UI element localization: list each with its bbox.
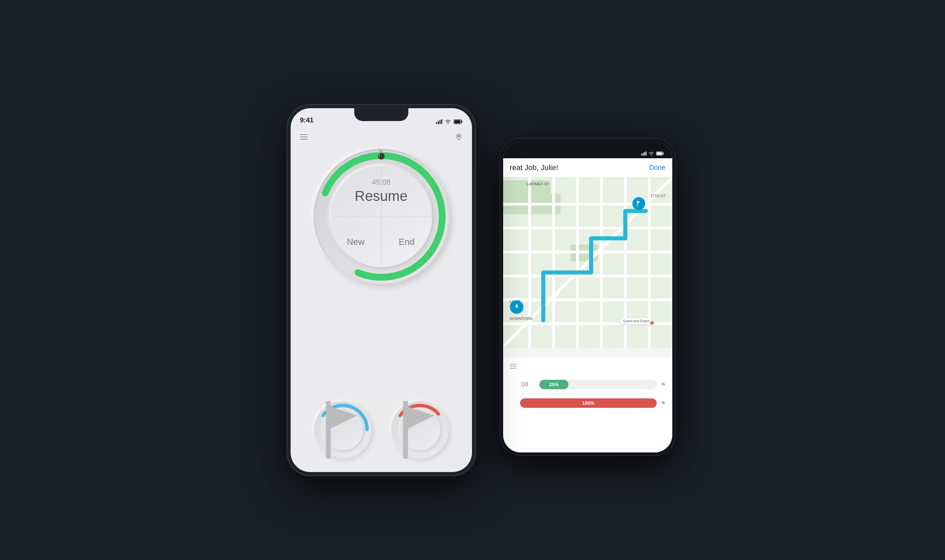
- map-tiles: DOWNTOWN LODO 27TH ST LARIMER ST: [503, 177, 672, 348]
- progress-row-2: 100% ⚑: [520, 398, 666, 408]
- progress-flag-2: ⚑: [661, 400, 666, 406]
- progress-bar-2-fill: 100%: [520, 398, 657, 408]
- main-dial: 45:08 Resume New End: [310, 145, 452, 288]
- dial-end-button[interactable]: End: [381, 217, 432, 267]
- dial-buttons: New End: [331, 217, 432, 267]
- progress-bar-1: 25%: [539, 380, 657, 389]
- svg-rect-16: [643, 153, 644, 155]
- street-label-1: 27TH ST: [650, 194, 665, 198]
- front-phone: 9:41: [287, 104, 476, 476]
- svg-point-7: [458, 135, 459, 137]
- dial-inner: 45:08 Resume New End: [331, 166, 432, 267]
- street-label-2: LARIMER ST: [527, 182, 549, 186]
- dial-timer: 45:08: [372, 178, 390, 187]
- svg-rect-5: [454, 120, 460, 123]
- bottom-menu-icon[interactable]: [510, 364, 516, 369]
- small-dials: [291, 401, 472, 458]
- destination-marker: [632, 197, 645, 210]
- svg-rect-2: [439, 120, 441, 124]
- app-header: [291, 127, 472, 147]
- svg-rect-6: [461, 121, 462, 123]
- flag-icon-small-right: [391, 401, 449, 458]
- wifi-icon: [445, 119, 451, 124]
- svg-rect-15: [641, 154, 642, 155]
- flag-icon-top: [378, 149, 385, 158]
- svg-rect-21: [663, 152, 664, 154]
- progress-row-1: :08 25% ⚑: [520, 380, 666, 389]
- downtown-label: DOWNTOWN: [510, 317, 533, 321]
- progress-pct-1: 25%: [549, 382, 559, 387]
- svg-rect-1: [438, 121, 439, 124]
- battery-icon: [454, 119, 462, 124]
- small-dial-left-center: [322, 409, 363, 450]
- progress-bar-2: 100%: [520, 398, 657, 408]
- small-dial-right: [391, 401, 449, 458]
- progress-time-1: :08: [520, 381, 535, 388]
- progress-bar-1-fill: 25%: [539, 380, 569, 389]
- map-header-title: reat Job, Julie!: [510, 163, 558, 172]
- back-bottom-panel: :08 25% ⚑ 100% ⚑: [503, 358, 672, 452]
- signal-icon: [436, 119, 442, 124]
- small-dial-left: [314, 401, 372, 458]
- hamburger-icon[interactable]: [300, 134, 308, 140]
- back-battery-icon: [656, 151, 664, 155]
- back-status-bar: [503, 142, 672, 158]
- location-icon[interactable]: [455, 133, 462, 141]
- progress-pct-2: 100%: [582, 400, 595, 406]
- map-header: reat Job, Julie! Done: [503, 158, 672, 177]
- walk-marker: [510, 300, 523, 314]
- status-time: 9:41: [300, 116, 314, 124]
- back-phone: reat Job, Julie! Done: [500, 138, 676, 456]
- scene: 9:41: [270, 77, 676, 483]
- svg-rect-17: [644, 152, 645, 155]
- poi-label: Guard and Grace: [620, 318, 652, 324]
- map-done-button[interactable]: Done: [649, 164, 666, 171]
- small-dial-right-center: [399, 409, 440, 450]
- flag-icon-small-left: [314, 401, 372, 458]
- front-status-icons: [436, 119, 462, 124]
- dial-resume-button[interactable]: Resume: [355, 188, 407, 204]
- dial-new-button[interactable]: New: [331, 217, 382, 267]
- back-wifi-icon: [649, 151, 654, 155]
- back-signal-icon: [641, 151, 647, 155]
- map-area: reat Job, Julie! Done: [503, 158, 672, 348]
- back-status-icons: [641, 151, 664, 155]
- back-phone-screen: reat Job, Julie! Done: [503, 142, 672, 452]
- progress-flag-1: ⚑: [661, 382, 666, 388]
- svg-rect-0: [436, 122, 437, 124]
- front-phone-screen: 9:41: [291, 108, 472, 472]
- svg-rect-3: [441, 119, 442, 124]
- svg-rect-18: [646, 151, 647, 155]
- svg-rect-20: [657, 152, 662, 155]
- notch: [354, 108, 409, 121]
- poi-dot: [650, 321, 654, 325]
